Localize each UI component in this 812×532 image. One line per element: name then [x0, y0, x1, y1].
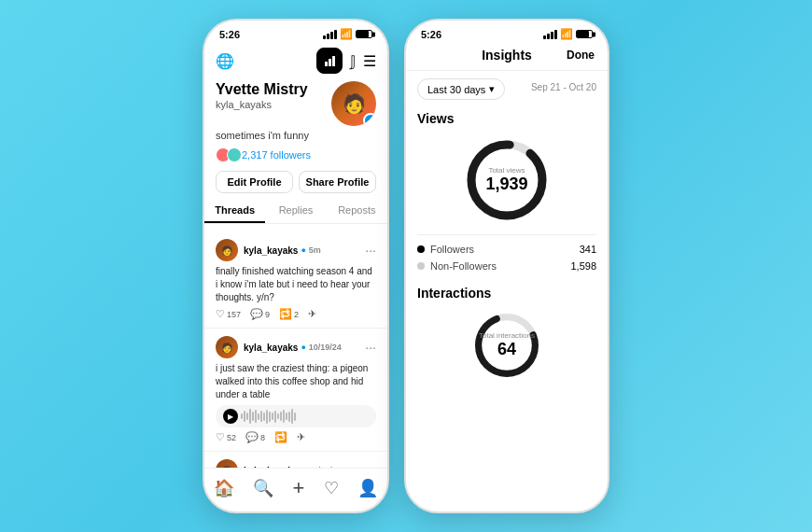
- repost-button[interactable]: 🔁2: [279, 308, 299, 320]
- wave-bar: [291, 409, 293, 424]
- wave-bar: [272, 413, 273, 420]
- wave-bar: [280, 412, 282, 421]
- top-icons-row: 🌐 𝕁 ☰: [216, 48, 376, 74]
- followers-value: 341: [580, 244, 596, 255]
- battery-icon: [576, 30, 593, 38]
- profile-buttons: Edit Profile Share Profile: [216, 171, 376, 193]
- nav-compose-icon[interactable]: +: [293, 476, 305, 500]
- followers-dot: [417, 245, 425, 253]
- thread-icon[interactable]: 𝕁: [350, 52, 356, 70]
- nav-profile-icon[interactable]: 👤: [357, 478, 378, 498]
- nav-home-icon[interactable]: 🏠: [214, 478, 234, 498]
- post-avatar: 🧑: [216, 239, 238, 261]
- non-followers-dot: [417, 262, 425, 270]
- wave-bar: [241, 413, 243, 419]
- chevron-down-icon: ▾: [489, 83, 495, 95]
- signal-bar-1: [323, 35, 326, 39]
- profile-bio: sometimes i'm funny: [216, 130, 376, 141]
- non-followers-value: 1,598: [570, 260, 596, 272]
- verified-icon: ●: [301, 245, 305, 255]
- globe-icon[interactable]: 🌐: [216, 52, 234, 70]
- like-button[interactable]: ♡52: [216, 431, 236, 443]
- wave-bars: [241, 409, 369, 424]
- repost-button[interactable]: 🔁: [274, 431, 287, 443]
- hamburger-icon[interactable]: ☰: [363, 52, 376, 70]
- post-header: 🧑 kyla_kayaks ● 10/16/24 ···: [216, 459, 376, 468]
- post-menu-button[interactable]: ···: [365, 340, 376, 355]
- donut-chart-views: Total views 1,939: [460, 133, 553, 227]
- date-filter-button[interactable]: Last 30 days ▾: [417, 78, 505, 100]
- posts-feed: 🧑 kyla_kayaks ● 5m ··· finally finished …: [204, 231, 387, 468]
- wave-bar: [252, 412, 254, 421]
- views-total: 1,939: [485, 175, 527, 194]
- avatar: 🧑 ✓: [331, 81, 376, 126]
- profile-text: Yvette Mistry kyla_kayaks: [216, 81, 308, 110]
- like-button[interactable]: ♡157: [216, 308, 241, 320]
- views-section-title: Views: [417, 111, 596, 126]
- followers-row: 2,317 followers: [216, 147, 376, 162]
- signal-bar-4: [554, 30, 557, 39]
- wifi-icon: 📶: [340, 28, 353, 40]
- follower-avatar-2: [227, 147, 242, 162]
- non-followers-label: Non-Followers: [417, 260, 497, 272]
- wifi-icon: 📶: [560, 28, 573, 40]
- date-range-label: Sep 21 - Oct 20: [531, 82, 596, 92]
- wave-bar: [277, 413, 279, 419]
- wave-bar: [258, 413, 259, 420]
- comment-button[interactable]: 💬9: [250, 308, 270, 320]
- views-section: Views Total views 1,939: [417, 111, 596, 274]
- share-profile-button[interactable]: Share Profile: [299, 171, 376, 193]
- edit-profile-button[interactable]: Edit Profile: [216, 171, 293, 193]
- signal-bar-3: [551, 32, 553, 39]
- followers-count[interactable]: 2,317 followers: [242, 149, 311, 161]
- phone-profile: 5:26 📶 🌐 �: [203, 19, 389, 513]
- insights-body: Last 30 days ▾ Sep 21 - Oct 20 Views Tot…: [406, 71, 608, 511]
- status-icons: 📶: [323, 28, 372, 40]
- tab-reposts[interactable]: Reposts: [327, 199, 387, 223]
- followers-label: Followers: [417, 244, 474, 255]
- post-username: kyla_kayaks ● 5m: [244, 245, 359, 256]
- signal-bar-2: [327, 34, 329, 39]
- post-avatar: 🧑: [216, 459, 238, 468]
- comment-button[interactable]: 💬8: [245, 431, 265, 443]
- wave-bar: [286, 413, 287, 420]
- nav-likes-icon[interactable]: ♡: [324, 478, 339, 498]
- play-button[interactable]: ▶: [223, 409, 238, 424]
- wave-bar: [288, 412, 290, 422]
- post-avatar: 🧑: [216, 336, 238, 358]
- header-actions: 𝕁 ☰: [316, 48, 376, 74]
- non-followers-stat: Non-Followers 1,598: [417, 258, 596, 274]
- chart-icon: [324, 55, 336, 67]
- tab-threads[interactable]: Threads: [204, 199, 265, 223]
- post-item: 🧑 kyla_kayaks ● 5m ··· finally finished …: [204, 231, 387, 329]
- donut-chart-interactions: Total interactions 64: [469, 308, 544, 383]
- status-time: 5:26: [219, 29, 240, 40]
- insights-title: Insights: [482, 48, 532, 63]
- views-stats-list: Followers 341 Non-Followers 1,598: [417, 234, 596, 274]
- post-menu-button[interactable]: ···: [365, 243, 376, 258]
- nav-search-icon[interactable]: 🔍: [253, 478, 273, 498]
- wave-bar: [246, 413, 248, 420]
- wave-bar: [266, 410, 268, 424]
- interactions-total: 64: [479, 340, 535, 359]
- wave-bar: [255, 410, 257, 423]
- profile-info: Yvette Mistry kyla_kayaks 🧑 ✓: [216, 81, 376, 126]
- tab-replies[interactable]: Replies: [265, 199, 326, 223]
- bottom-nav: 🏠 🔍 + ♡ 👤: [204, 468, 387, 511]
- insights-header: Insights Done: [406, 44, 608, 71]
- wave-bar: [283, 410, 285, 423]
- share-button[interactable]: ✈: [297, 431, 305, 443]
- tabs-row: Threads Replies Reposts: [204, 199, 387, 224]
- wave-bar: [269, 412, 271, 422]
- wave-bar: [244, 411, 245, 422]
- post-username: kyla_kayaks ● 10/19/24: [244, 343, 359, 353]
- interactions-section-title: Interactions: [417, 286, 596, 301]
- profile-name: Yvette Mistry: [216, 81, 308, 98]
- svg-rect-0: [325, 62, 328, 66]
- interactions-section: Interactions Total interactions 64: [417, 286, 596, 383]
- share-button[interactable]: ✈: [308, 308, 316, 320]
- status-bar: 5:26 📶: [204, 21, 387, 44]
- done-button[interactable]: Done: [567, 49, 595, 62]
- donut-center-interactions: Total interactions 64: [479, 331, 535, 359]
- insights-button[interactable]: [316, 48, 343, 74]
